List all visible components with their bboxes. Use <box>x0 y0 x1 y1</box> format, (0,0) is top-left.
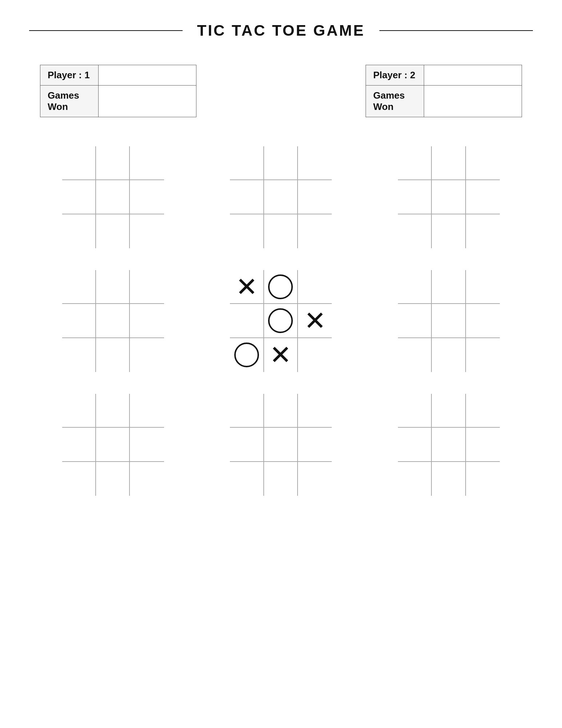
cell-2-3-2[interactable] <box>432 270 466 304</box>
cell-2-2-6[interactable]: ✕ <box>298 304 332 338</box>
cell-3-1-9[interactable] <box>130 462 164 496</box>
cell-3-3-1[interactable] <box>398 394 432 428</box>
cell-2-1-4[interactable] <box>62 304 96 338</box>
cell-2-2-8[interactable]: ✕ <box>264 338 298 372</box>
cell-1-1-3[interactable] <box>130 146 164 180</box>
cell-1-2-2[interactable] <box>264 146 298 180</box>
board-3-2[interactable] <box>230 394 332 496</box>
cell-1-1-7[interactable] <box>62 214 96 248</box>
cell-1-2-3[interactable] <box>298 146 332 180</box>
cell-1-1-9[interactable] <box>130 214 164 248</box>
cell-3-3-4[interactable] <box>398 428 432 462</box>
cell-1-1-4[interactable] <box>62 180 96 214</box>
cell-2-1-6[interactable] <box>130 304 164 338</box>
cell-1-2-8[interactable] <box>264 214 298 248</box>
cell-1-2-5[interactable] <box>264 180 298 214</box>
cell-1-2-7[interactable] <box>230 214 264 248</box>
player1-games-row: Games Won <box>40 86 196 117</box>
cell-3-2-9[interactable] <box>298 462 332 496</box>
board-2-1[interactable] <box>62 270 164 372</box>
cell-2-1-8[interactable] <box>96 338 130 372</box>
cell-3-1-3[interactable] <box>130 394 164 428</box>
cell-3-1-5[interactable] <box>96 428 130 462</box>
cell-1-2-6[interactable] <box>298 180 332 214</box>
cell-2-3-7[interactable] <box>398 338 432 372</box>
cell-1-1-5[interactable] <box>96 180 130 214</box>
cell-3-1-2[interactable] <box>96 394 130 428</box>
page-title: TIC TAC TOE GAME <box>183 22 379 39</box>
cell-2-2-2[interactable] <box>264 270 298 304</box>
cell-2-1-1[interactable] <box>62 270 96 304</box>
cell-3-3-5[interactable] <box>432 428 466 462</box>
player1-games-won-value[interactable] <box>98 86 196 117</box>
cell-1-3-4[interactable] <box>398 180 432 214</box>
cell-2-1-7[interactable] <box>62 338 96 372</box>
cell-1-3-8[interactable] <box>432 214 466 248</box>
cell-1-1-1[interactable] <box>62 146 96 180</box>
board-3-3[interactable] <box>398 394 500 496</box>
cell-1-3-5[interactable] <box>432 180 466 214</box>
board-2-2-active[interactable]: ✕ ✕ ✕ <box>230 270 332 372</box>
board-2-3[interactable] <box>398 270 500 372</box>
player1-value[interactable] <box>98 65 196 86</box>
cell-2-2-1[interactable]: ✕ <box>230 270 264 304</box>
cell-2-2-7[interactable] <box>230 338 264 372</box>
board-3-1[interactable] <box>62 394 164 496</box>
header-line-left <box>29 30 183 31</box>
cell-3-2-8[interactable] <box>264 462 298 496</box>
cell-2-2-9[interactable] <box>298 338 332 372</box>
board-1-2[interactable] <box>230 146 332 248</box>
cell-2-2-5[interactable] <box>264 304 298 338</box>
cell-3-2-7[interactable] <box>230 462 264 496</box>
cell-1-3-3[interactable] <box>466 146 500 180</box>
cell-3-1-7[interactable] <box>62 462 96 496</box>
cell-3-2-1[interactable] <box>230 394 264 428</box>
cell-3-2-6[interactable] <box>298 428 332 462</box>
cell-1-3-6[interactable] <box>466 180 500 214</box>
cell-3-3-7[interactable] <box>398 462 432 496</box>
cell-2-3-6[interactable] <box>466 304 500 338</box>
cell-2-1-5[interactable] <box>96 304 130 338</box>
cell-1-3-7[interactable] <box>398 214 432 248</box>
cell-2-1-2[interactable] <box>96 270 130 304</box>
boards-row-1 <box>29 146 533 248</box>
cell-2-3-5[interactable] <box>432 304 466 338</box>
cell-1-1-2[interactable] <box>96 146 130 180</box>
cell-2-1-9[interactable] <box>130 338 164 372</box>
cell-3-2-3[interactable] <box>298 394 332 428</box>
player1-games-won-label: Games Won <box>40 86 99 117</box>
cell-2-2-3[interactable] <box>298 270 332 304</box>
cell-3-3-3[interactable] <box>466 394 500 428</box>
cell-3-3-2[interactable] <box>432 394 466 428</box>
cell-1-1-8[interactable] <box>96 214 130 248</box>
cell-1-2-1[interactable] <box>230 146 264 180</box>
cell-2-3-1[interactable] <box>398 270 432 304</box>
cell-2-3-3[interactable] <box>466 270 500 304</box>
cell-3-2-5[interactable] <box>264 428 298 462</box>
cell-2-3-4[interactable] <box>398 304 432 338</box>
board-1-3[interactable] <box>398 146 500 248</box>
cell-3-3-6[interactable] <box>466 428 500 462</box>
cell-1-2-9[interactable] <box>298 214 332 248</box>
board-1-1[interactable] <box>62 146 164 248</box>
player2-games-won-value[interactable] <box>424 86 522 117</box>
cell-3-3-9[interactable] <box>466 462 500 496</box>
cell-2-1-3[interactable] <box>130 270 164 304</box>
cell-3-1-6[interactable] <box>130 428 164 462</box>
player2-games-row: Games Won <box>366 86 522 117</box>
player2-value[interactable] <box>424 65 522 86</box>
cell-3-1-4[interactable] <box>62 428 96 462</box>
cell-1-1-6[interactable] <box>130 180 164 214</box>
cell-2-3-9[interactable] <box>466 338 500 372</box>
cell-1-3-1[interactable] <box>398 146 432 180</box>
cell-3-3-8[interactable] <box>432 462 466 496</box>
cell-3-2-4[interactable] <box>230 428 264 462</box>
cell-3-1-8[interactable] <box>96 462 130 496</box>
cell-1-3-2[interactable] <box>432 146 466 180</box>
cell-1-2-4[interactable] <box>230 180 264 214</box>
cell-3-2-2[interactable] <box>264 394 298 428</box>
cell-3-1-1[interactable] <box>62 394 96 428</box>
cell-1-3-9[interactable] <box>466 214 500 248</box>
cell-2-3-8[interactable] <box>432 338 466 372</box>
cell-2-2-4[interactable] <box>230 304 264 338</box>
